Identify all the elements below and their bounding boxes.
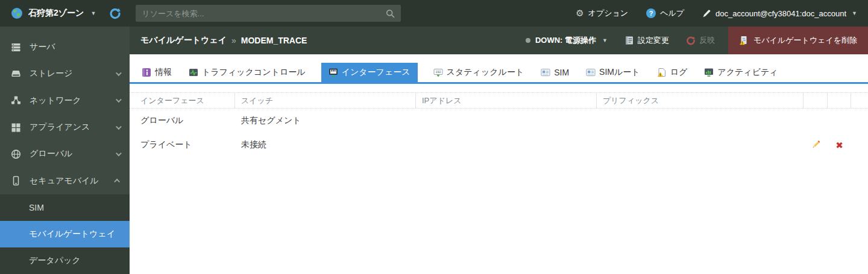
column-header-switch: スイッチ [235,93,416,108]
delete-gateway-label: モバイルゲートウェイを削除 [753,35,857,46]
sidebar-item-appliance[interactable]: アプライアンス [0,114,130,141]
interface-table: インターフェース スイッチ IPアドレス プリフィックス グローバル 共有セグメ… [130,92,868,157]
sidebar-item-label: セキュアモバイル [30,176,107,186]
power-status-dropdown[interactable]: DOWN: 電源操作 ▼ [526,35,608,46]
table-row: プライベート 未接続 [130,133,868,157]
globe-icon [11,7,23,19]
chevron-down-icon [116,150,122,156]
sidebar-subitem-label: SIM [29,203,44,212]
sidebar-item-data-pack[interactable]: データパック [0,247,130,274]
column-header-prefix: プリフィックス [597,93,804,108]
tab-label: スタティックルート [447,67,524,78]
sidebar-item-server[interactable]: サーバ [0,34,130,60]
account-caret-icon: ▼ [852,10,857,16]
table-header-row: インターフェース スイッチ IPアドレス プリフィックス [130,92,868,109]
modify-settings-button[interactable]: 設定変更 [624,35,669,46]
help-icon: ? [646,8,656,18]
sidebar-item-label: ストレージ [30,68,107,79]
status-dot-icon [526,38,530,43]
cell-interface: グローバル [130,115,235,126]
zone-caret-icon: ▼ [90,10,96,16]
static-route-badge: 192 [435,70,441,74]
tab-label: SIM [554,68,569,77]
global-icon [11,149,21,159]
content: モバイルゲートウェイ » MODEM_TRACE DOWN: 電源操作 ▼ [130,27,868,274]
sidebar-item-sim[interactable]: SIM [0,194,130,221]
static-route-icon: 192 [433,68,443,77]
refresh-button[interactable] [104,2,126,24]
sidebar-item-global[interactable]: グローバル [0,141,130,167]
interface-icon [329,68,338,77]
chevron-up-icon [114,179,120,185]
power-status-label: DOWN: 電源操作 [535,35,596,46]
sidebar-item-label: アプライアンス [30,122,107,133]
breadcrumb-separator: » [231,36,236,45]
server-icon [11,42,21,53]
options-menu[interactable]: ⚙ オプション [576,8,628,19]
main: サーバ ストレージ [0,27,868,274]
activity-icon [704,68,714,77]
breadcrumb-current: MODEM_TRACE [241,36,307,45]
breadcrumb-parent[interactable]: モバイルゲートウェイ [140,35,227,46]
console-app: 石狩第2ゾーン ▼ ⚙ オプション ? [0,0,868,274]
delete-gateway-button[interactable]: モバイルゲートウェイを削除 [728,27,868,54]
secure-mobile-submenu: SIM モバイルゲートウェイ データパック [0,194,130,274]
tab-label: ログ [670,67,688,78]
column-header-interface: インターフェース [130,93,235,108]
tab-label: アクティビティ [717,67,778,78]
delete-x-icon: ✖ [835,141,843,150]
resource-search [136,5,401,22]
actionbar: モバイルゲートウェイ » MODEM_TRACE DOWN: 電源操作 ▼ [130,27,868,54]
column-header-spacer [851,93,868,108]
sim-icon [541,68,550,77]
sidebar-subitem-label: データパック [29,255,81,266]
column-header-edit [804,93,828,108]
tab-interface[interactable]: インターフェース [321,63,418,82]
tab-activity[interactable]: アクティビティ [703,63,779,82]
info-icon [142,68,151,77]
sidebar-item-secure-mobile[interactable]: セキュアモバイル [0,168,130,194]
breadcrumb: モバイルゲートウェイ » MODEM_TRACE [140,35,307,46]
traffic-icon [189,68,198,77]
chevron-down-icon [116,124,122,130]
tab-bar: 情報 トラフィックコントロール [130,63,868,84]
search-input[interactable] [142,9,386,18]
topbar-right: ⚙ オプション ? ヘルプ doc_account@cfy38041:doc_a… [576,8,868,19]
tab-label: 情報 [155,67,172,78]
tab-info[interactable]: 情報 [140,63,173,82]
tab-static-route[interactable]: 192 スタティックルート [432,63,526,82]
appliance-icon [11,123,21,133]
zone-selector[interactable]: 石狩第2ゾーン ▼ [0,7,103,19]
chevron-down-icon [116,97,122,103]
tab-sim[interactable]: SIM [539,63,570,82]
pencil-icon [811,140,820,150]
table-row: グローバル 共有セグメント [130,109,868,133]
tab-label: トラフィックコントロール [202,67,306,78]
account-label: doc_account@cfy38041:doc_account [715,9,846,18]
cell-interface: プライベート [130,139,235,150]
zone-label: 石狩第2ゾーン [28,8,84,19]
account-menu[interactable]: doc_account@cfy38041:doc_account ▼ [702,9,857,18]
sidebar-item-label: サーバ [30,42,120,53]
edit-interface-button[interactable] [804,140,828,150]
cell-switch: 共有セグメント [235,115,416,126]
reflect-button[interactable]: 反映 [686,35,715,46]
delete-interface-button[interactable]: ✖ [828,141,851,150]
network-icon [11,95,21,106]
sidebar-subitem-label: モバイルゲートウェイ [29,229,115,240]
tab-log[interactable]: ログ [656,63,689,82]
tab-sim-route[interactable]: SIMルート [585,63,641,82]
pen-icon [702,9,711,18]
tab-traffic-control[interactable]: トラフィックコントロール [187,63,307,82]
sidebar-item-network[interactable]: ネットワーク [0,88,130,114]
cell-switch: 未接続 [235,139,416,150]
help-menu[interactable]: ? ヘルプ [646,8,684,19]
search-icon [386,9,395,18]
sidebar-item-mobile-gateway[interactable]: モバイルゲートウェイ [0,221,130,247]
column-header-ip-address: IPアドレス [416,93,597,108]
settings-doc-icon [624,36,634,45]
device-warning-icon [739,36,749,45]
modify-settings-label: 設定変更 [638,35,669,46]
status-caret-icon: ▼ [602,37,608,43]
sidebar-item-storage[interactable]: ストレージ [0,60,130,87]
